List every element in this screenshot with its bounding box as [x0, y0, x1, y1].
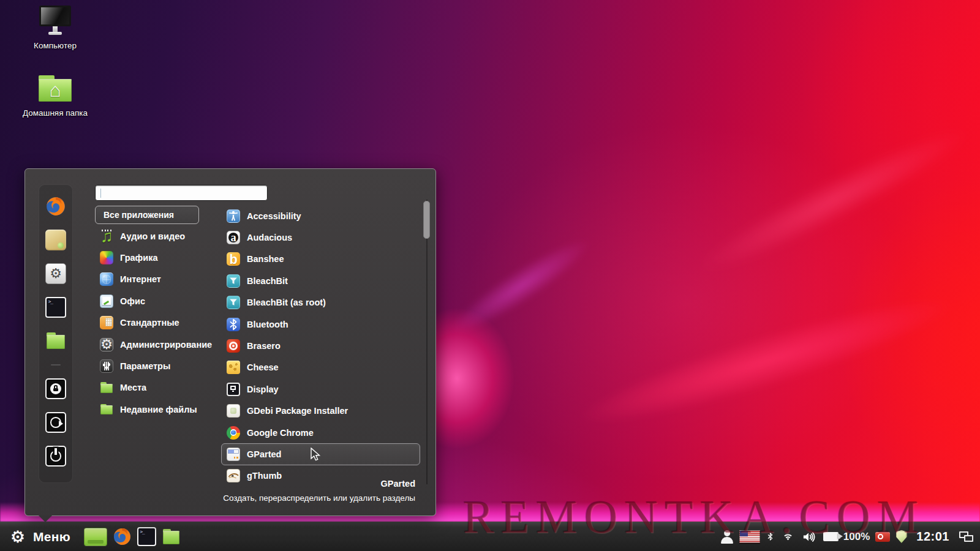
- computer-icon: [37, 5, 74, 38]
- app-brasero[interactable]: Brasero: [221, 335, 420, 356]
- favorite-control-center[interactable]: ⚙: [45, 263, 66, 284]
- recorder-icon: [875, 532, 890, 542]
- app-label: GDebi Package Installer: [247, 406, 348, 416]
- app-label: Banshee: [247, 254, 284, 264]
- app-bleachbit-root[interactable]: BleachBit (as root): [221, 292, 420, 313]
- launcher-firefox[interactable]: [113, 527, 132, 546]
- clock[interactable]: 12:01: [913, 529, 953, 544]
- user-applet[interactable]: [720, 530, 734, 544]
- logout-icon: [45, 412, 66, 433]
- category-label: Администрирование: [120, 340, 212, 350]
- folder-icon: [100, 381, 113, 394]
- display-icon: [227, 383, 240, 396]
- favorite-logout[interactable]: [45, 412, 66, 433]
- category-label: Аудио и видео: [120, 231, 185, 241]
- desktop-icon-label: Домашняя папка: [23, 108, 88, 118]
- wallpaper-light-streak: [629, 77, 980, 323]
- volume-icon: [801, 530, 818, 544]
- category-administration[interactable]: ⚙Администрирование: [95, 334, 219, 355]
- category-internet[interactable]: Интернет: [95, 269, 219, 290]
- app-bleachbit[interactable]: BleachBit: [221, 270, 420, 291]
- app-label: Bluetooth: [247, 320, 288, 329]
- cheese-icon: [227, 361, 240, 374]
- app-gdebi[interactable]: GDebi Package Installer: [221, 400, 420, 422]
- audacious-icon: a: [227, 231, 240, 244]
- brasero-icon: [227, 339, 240, 353]
- app-label: GParted: [247, 449, 281, 459]
- category-audio-video[interactable]: ♫Аудио и видео: [95, 225, 219, 247]
- app-chrome[interactable]: Google Chrome: [221, 422, 420, 443]
- system-tray: 100% 12:01: [720, 522, 980, 551]
- control-center-icon: ⚙: [45, 263, 66, 284]
- menu-pointer-arrow: [39, 515, 52, 522]
- category-places[interactable]: Места: [95, 377, 219, 399]
- category-label: Параметры: [120, 361, 170, 371]
- category-accessories[interactable]: Стандартные: [95, 312, 219, 334]
- app-gparted[interactable]: GParted: [221, 443, 420, 465]
- app-display[interactable]: Display: [221, 378, 420, 400]
- software-manager-icon: [45, 230, 66, 250]
- favorite-terminal[interactable]: >_: [45, 297, 66, 318]
- category-label: Интернет: [120, 274, 161, 284]
- firefox-icon: [45, 196, 66, 217]
- app-list: AccessibilityaAudaciousbBansheeBleachBit…: [221, 205, 420, 487]
- volume-applet[interactable]: [801, 530, 818, 544]
- favorite-software-manager[interactable]: [45, 230, 66, 250]
- battery-applet[interactable]: 100%: [823, 531, 870, 543]
- launcher-terminal[interactable]: >_: [137, 527, 156, 546]
- user-icon: [720, 530, 734, 544]
- wallpaper-light-streak: [410, 204, 631, 369]
- desktop-icon-computer[interactable]: Компьютер: [17, 5, 93, 50]
- show-desktop-icon: [84, 528, 107, 546]
- gthumb-icon: [227, 469, 240, 482]
- bluetooth-applet[interactable]: [766, 530, 775, 543]
- window-list-icon: [959, 531, 975, 543]
- category-office[interactable]: Офис: [95, 290, 219, 312]
- network-applet[interactable]: [780, 530, 796, 543]
- folder-icon: [162, 527, 181, 546]
- app-label: Cheese: [247, 362, 279, 372]
- app-accessibility[interactable]: Accessibility: [221, 205, 420, 227]
- menu-gear-icon: ⚙: [9, 528, 27, 546]
- graphics-icon: [100, 251, 113, 264]
- menu-favorites: ⚙>_: [39, 184, 73, 483]
- window-list-applet[interactable]: [959, 531, 975, 543]
- app-banshee[interactable]: bBanshee: [221, 249, 420, 270]
- desktop-icon-home[interactable]: ⌂Домашняя папка: [17, 72, 93, 118]
- menu-button[interactable]: ⚙ Меню: [6, 528, 73, 546]
- favorites-separator: [51, 364, 61, 365]
- favorite-firefox[interactable]: [45, 196, 66, 217]
- screen-recorder-applet[interactable]: [875, 532, 890, 542]
- favorite-lock-screen[interactable]: [45, 378, 66, 399]
- keyboard-layout-applet[interactable]: [739, 530, 760, 543]
- category-label: Графика: [120, 253, 158, 263]
- category-list: ♫Аудио и видеоГрафикаИнтернетОфисСтандар…: [95, 225, 219, 421]
- administration-icon: ⚙: [100, 338, 113, 351]
- favorite-files[interactable]: [45, 331, 66, 351]
- bleachbit-icon: [227, 274, 240, 288]
- category-preferences[interactable]: Параметры: [95, 355, 219, 377]
- category-graphics[interactable]: Графика: [95, 247, 219, 268]
- scrollbar-thumb[interactable]: [423, 201, 430, 239]
- app-bluetooth[interactable]: Bluetooth: [221, 313, 420, 335]
- power-icon: [45, 446, 66, 467]
- launcher-show-desktop[interactable]: [84, 528, 107, 546]
- office-icon: [100, 294, 113, 308]
- app-audacious[interactable]: aAudacious: [221, 227, 420, 248]
- search-input[interactable]: [99, 186, 263, 200]
- update-manager-applet[interactable]: [895, 530, 907, 543]
- app-label: Display: [247, 384, 279, 394]
- category-recent[interactable]: Недавние файлы: [95, 399, 219, 420]
- app-label: Brasero: [247, 341, 281, 351]
- scrollbar-track[interactable]: [426, 200, 428, 484]
- desktop-icon-label: Компьютер: [34, 41, 77, 50]
- search-box[interactable]: [95, 185, 268, 201]
- taskbar: ⚙ Меню >_ 100% 12:01: [0, 522, 980, 551]
- bluetooth-app-icon: [227, 318, 240, 331]
- app-cheese[interactable]: Cheese: [221, 357, 420, 378]
- category-label: Недавние файлы: [120, 405, 197, 414]
- taskbar-launchers: >_: [84, 527, 181, 546]
- all-applications-button[interactable]: Все приложения: [95, 206, 199, 224]
- launcher-files[interactable]: [162, 527, 181, 546]
- favorite-shutdown[interactable]: [45, 446, 66, 467]
